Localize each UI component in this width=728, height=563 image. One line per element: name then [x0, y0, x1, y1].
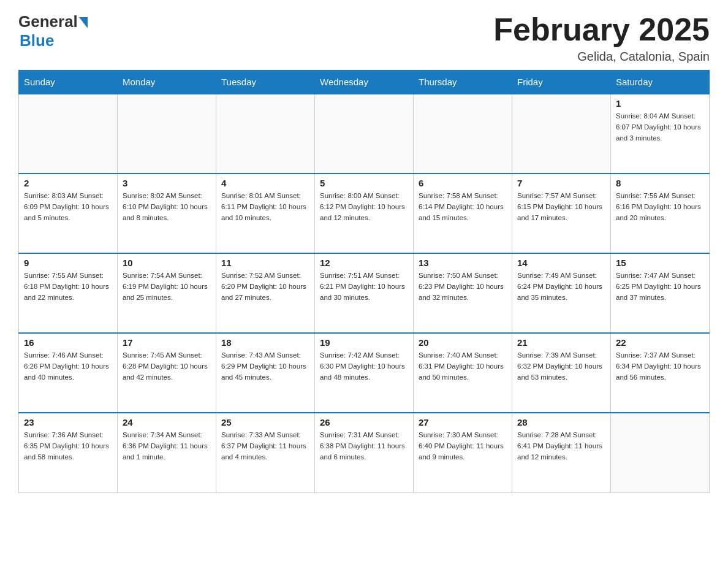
day-number: 15: [616, 258, 704, 268]
day-info: Sunrise: 7:50 AM Sunset: 6:23 PM Dayligh…: [419, 270, 507, 303]
calendar-day-cell: 14Sunrise: 7:49 AM Sunset: 6:24 PM Dayli…: [512, 253, 611, 333]
day-number: 13: [419, 258, 507, 268]
calendar-day-cell: 26Sunrise: 7:31 AM Sunset: 6:38 PM Dayli…: [315, 413, 414, 492]
calendar-week-row: 2Sunrise: 8:03 AM Sunset: 6:09 PM Daylig…: [19, 174, 710, 253]
day-number: 16: [24, 337, 112, 348]
day-info: Sunrise: 7:49 AM Sunset: 6:24 PM Dayligh…: [517, 270, 605, 303]
location-subtitle: Gelida, Catalonia, Spain: [493, 50, 710, 64]
calendar-day-cell: 27Sunrise: 7:30 AM Sunset: 6:40 PM Dayli…: [414, 413, 512, 492]
day-info: Sunrise: 8:03 AM Sunset: 6:09 PM Dayligh…: [24, 191, 112, 223]
calendar-day-cell: [19, 94, 118, 174]
day-info: Sunrise: 7:56 AM Sunset: 6:16 PM Dayligh…: [616, 191, 704, 223]
day-info: Sunrise: 7:52 AM Sunset: 6:20 PM Dayligh…: [221, 270, 309, 303]
calendar-day-cell: 21Sunrise: 7:39 AM Sunset: 6:32 PM Dayli…: [512, 333, 611, 413]
day-of-week-header: Sunday: [19, 71, 118, 94]
day-info: Sunrise: 7:40 AM Sunset: 6:31 PM Dayligh…: [419, 350, 507, 383]
day-info: Sunrise: 7:39 AM Sunset: 6:32 PM Dayligh…: [517, 350, 605, 383]
logo: General Blue: [18, 12, 88, 50]
calendar-day-cell: [216, 94, 315, 174]
day-of-week-header: Tuesday: [216, 71, 315, 94]
day-number: 5: [320, 178, 408, 188]
calendar-day-cell: 11Sunrise: 7:52 AM Sunset: 6:20 PM Dayli…: [216, 253, 315, 333]
day-number: 3: [123, 178, 211, 188]
calendar-day-cell: 2Sunrise: 8:03 AM Sunset: 6:09 PM Daylig…: [19, 174, 118, 253]
day-info: Sunrise: 7:36 AM Sunset: 6:35 PM Dayligh…: [24, 430, 112, 462]
day-number: 28: [517, 417, 605, 427]
day-number: 20: [419, 337, 507, 348]
calendar-day-cell: 6Sunrise: 7:58 AM Sunset: 6:14 PM Daylig…: [414, 174, 512, 253]
day-number: 6: [419, 178, 507, 188]
day-info: Sunrise: 7:54 AM Sunset: 6:19 PM Dayligh…: [123, 270, 211, 303]
day-info: Sunrise: 7:34 AM Sunset: 6:36 PM Dayligh…: [123, 430, 211, 462]
calendar-day-cell: 13Sunrise: 7:50 AM Sunset: 6:23 PM Dayli…: [414, 253, 512, 333]
calendar-header-row: SundayMondayTuesdayWednesdayThursdayFrid…: [19, 71, 710, 94]
calendar-day-cell: 17Sunrise: 7:45 AM Sunset: 6:28 PM Dayli…: [118, 333, 216, 413]
day-info: Sunrise: 7:57 AM Sunset: 6:15 PM Dayligh…: [517, 191, 605, 223]
day-info: Sunrise: 7:30 AM Sunset: 6:40 PM Dayligh…: [419, 430, 507, 462]
day-info: Sunrise: 7:43 AM Sunset: 6:29 PM Dayligh…: [221, 350, 309, 383]
calendar-day-cell: 19Sunrise: 7:42 AM Sunset: 6:30 PM Dayli…: [315, 333, 414, 413]
calendar-day-cell: 5Sunrise: 8:00 AM Sunset: 6:12 PM Daylig…: [315, 174, 414, 253]
day-info: Sunrise: 7:31 AM Sunset: 6:38 PM Dayligh…: [320, 430, 408, 462]
calendar-day-cell: 24Sunrise: 7:34 AM Sunset: 6:36 PM Dayli…: [118, 413, 216, 492]
calendar-day-cell: 25Sunrise: 7:33 AM Sunset: 6:37 PM Dayli…: [216, 413, 315, 492]
day-info: Sunrise: 7:55 AM Sunset: 6:18 PM Dayligh…: [24, 270, 112, 303]
day-info: Sunrise: 7:47 AM Sunset: 6:25 PM Dayligh…: [616, 270, 704, 303]
day-number: 27: [419, 417, 507, 427]
day-number: 17: [123, 337, 211, 348]
day-number: 24: [123, 417, 211, 427]
logo-general-text: General: [18, 12, 78, 31]
day-number: 10: [123, 258, 211, 268]
calendar-day-cell: 28Sunrise: 7:28 AM Sunset: 6:41 PM Dayli…: [512, 413, 611, 492]
calendar-day-cell: 1Sunrise: 8:04 AM Sunset: 6:07 PM Daylig…: [611, 94, 710, 174]
day-info: Sunrise: 8:02 AM Sunset: 6:10 PM Dayligh…: [123, 191, 211, 223]
day-of-week-header: Friday: [512, 71, 611, 94]
day-number: 22: [616, 337, 704, 348]
day-number: 4: [221, 178, 309, 188]
calendar-day-cell: 20Sunrise: 7:40 AM Sunset: 6:31 PM Dayli…: [414, 333, 512, 413]
day-of-week-header: Saturday: [611, 71, 710, 94]
day-of-week-header: Thursday: [414, 71, 512, 94]
calendar-week-row: 1Sunrise: 8:04 AM Sunset: 6:07 PM Daylig…: [19, 94, 710, 174]
day-info: Sunrise: 7:46 AM Sunset: 6:26 PM Dayligh…: [24, 350, 112, 383]
calendar-day-cell: 8Sunrise: 7:56 AM Sunset: 6:16 PM Daylig…: [611, 174, 710, 253]
calendar-week-row: 9Sunrise: 7:55 AM Sunset: 6:18 PM Daylig…: [19, 253, 710, 333]
calendar-day-cell: 23Sunrise: 7:36 AM Sunset: 6:35 PM Dayli…: [19, 413, 118, 492]
calendar-day-cell: [118, 94, 216, 174]
calendar-week-row: 23Sunrise: 7:36 AM Sunset: 6:35 PM Dayli…: [19, 413, 710, 492]
calendar-day-cell: 4Sunrise: 8:01 AM Sunset: 6:11 PM Daylig…: [216, 174, 315, 253]
day-number: 21: [517, 337, 605, 348]
day-number: 12: [320, 258, 408, 268]
title-section: February 2025 Gelida, Catalonia, Spain: [493, 12, 710, 64]
day-number: 26: [320, 417, 408, 427]
day-number: 1: [616, 98, 704, 109]
day-number: 19: [320, 337, 408, 348]
day-number: 2: [24, 178, 112, 188]
day-number: 25: [221, 417, 309, 427]
calendar-day-cell: 7Sunrise: 7:57 AM Sunset: 6:15 PM Daylig…: [512, 174, 611, 253]
calendar-day-cell: 16Sunrise: 7:46 AM Sunset: 6:26 PM Dayli…: [19, 333, 118, 413]
day-info: Sunrise: 8:00 AM Sunset: 6:12 PM Dayligh…: [320, 191, 408, 223]
calendar-day-cell: 22Sunrise: 7:37 AM Sunset: 6:34 PM Dayli…: [611, 333, 710, 413]
calendar-day-cell: 3Sunrise: 8:02 AM Sunset: 6:10 PM Daylig…: [118, 174, 216, 253]
page-header: General Blue February 2025 Gelida, Catal…: [18, 12, 710, 64]
day-of-week-header: Wednesday: [315, 71, 414, 94]
calendar-day-cell: [611, 413, 710, 492]
day-number: 18: [221, 337, 309, 348]
day-info: Sunrise: 8:01 AM Sunset: 6:11 PM Dayligh…: [221, 191, 309, 223]
calendar-day-cell: 9Sunrise: 7:55 AM Sunset: 6:18 PM Daylig…: [19, 253, 118, 333]
calendar-day-cell: [512, 94, 611, 174]
day-info: Sunrise: 7:33 AM Sunset: 6:37 PM Dayligh…: [221, 430, 309, 462]
day-of-week-header: Monday: [118, 71, 216, 94]
day-number: 11: [221, 258, 309, 268]
day-number: 23: [24, 417, 112, 427]
calendar-day-cell: [414, 94, 512, 174]
month-year-title: February 2025: [493, 12, 710, 47]
logo-arrow-icon: [79, 17, 88, 28]
logo-blue-text: Blue: [18, 31, 54, 50]
day-number: 7: [517, 178, 605, 188]
day-info: Sunrise: 7:51 AM Sunset: 6:21 PM Dayligh…: [320, 270, 408, 303]
day-info: Sunrise: 7:42 AM Sunset: 6:30 PM Dayligh…: [320, 350, 408, 383]
calendar-day-cell: [315, 94, 414, 174]
day-info: Sunrise: 7:58 AM Sunset: 6:14 PM Dayligh…: [419, 191, 507, 223]
